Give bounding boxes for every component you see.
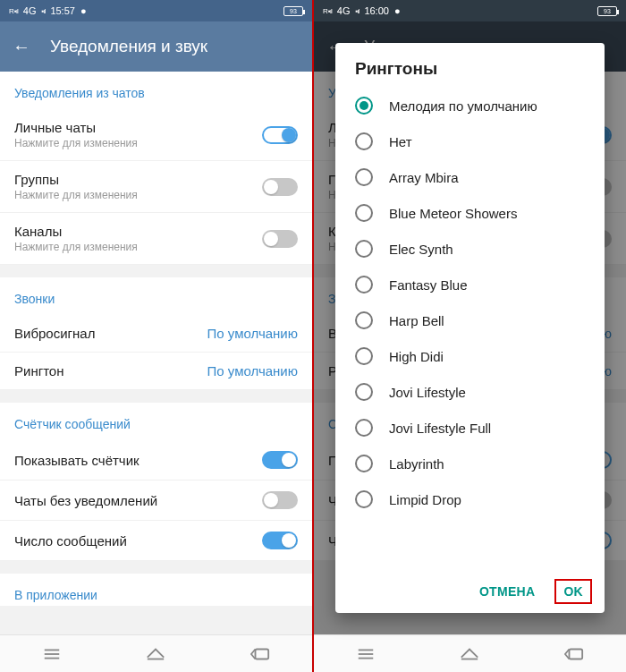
dialog-title: Рингтоны: [335, 59, 605, 88]
row-private-chats[interactable]: Личные чаты Нажмите для изменения: [0, 109, 312, 161]
ringtone-option[interactable]: Fantasy Blue: [335, 267, 605, 302]
row-show-counter[interactable]: Показывать счётчик: [0, 440, 312, 481]
system-navbar: [314, 634, 626, 672]
radio-icon[interactable]: [355, 132, 373, 150]
recents-icon[interactable]: [356, 647, 376, 661]
ringtone-label: Harp Bell: [389, 313, 444, 328]
clock: 15:57: [50, 5, 75, 16]
ringtone-label: Blue Meteor Showers: [389, 206, 517, 221]
row-value: По умолчанию: [207, 326, 298, 341]
radio-icon[interactable]: [355, 276, 373, 293]
radio-icon[interactable]: [355, 240, 373, 258]
toggle-private[interactable]: [262, 126, 298, 144]
svg-rect-4: [255, 649, 268, 659]
app-header: ← Уведомления и звук: [0, 21, 312, 72]
row-msg-count[interactable]: Число сообщений: [0, 521, 312, 561]
ringtone-label: High Didi: [389, 349, 444, 364]
row-title: Рингтон: [14, 363, 63, 379]
ringtone-label: Jovi Lifestyle Full: [389, 421, 491, 436]
ringtone-option[interactable]: Labyrinth: [335, 446, 605, 481]
clock: 16:00: [364, 5, 389, 16]
svg-rect-9: [569, 649, 582, 659]
section-inapp-title: В приложении: [0, 574, 312, 606]
ringtone-option[interactable]: Jovi Lifestyle: [335, 374, 605, 410]
row-title: Личные чаты: [14, 120, 138, 135]
signal-icon: R ▪ıl: [9, 7, 18, 15]
toggle-msg-count[interactable]: [262, 532, 298, 549]
notification-dot-icon: ●: [80, 5, 87, 16]
ringtone-label: Array Mbira: [389, 170, 459, 185]
ringtone-list[interactable]: Мелодия по умолчаниюНетArray MbiraBlue M…: [335, 88, 605, 572]
back-nav-icon[interactable]: [564, 647, 584, 661]
back-icon[interactable]: ←: [13, 37, 30, 57]
ringtone-option[interactable]: Elec Synth: [335, 231, 605, 267]
radio-icon[interactable]: [355, 347, 373, 365]
ringtone-option[interactable]: Нет: [335, 123, 605, 159]
ringtone-label: Нет: [389, 134, 412, 149]
page-title: Уведомления и звук: [50, 37, 207, 56]
radio-icon[interactable]: [355, 311, 373, 329]
row-title: Число сообщений: [14, 533, 127, 549]
home-icon[interactable]: [460, 647, 479, 661]
toggle-no-notif[interactable]: [262, 491, 298, 509]
ringtone-option[interactable]: Array Mbira: [335, 159, 605, 195]
signal-icon: ▪ıl: [356, 7, 360, 15]
system-navbar: [0, 634, 312, 672]
row-subtitle: Нажмите для изменения: [14, 241, 138, 253]
toggle-channels[interactable]: [262, 230, 298, 248]
row-title: Каналы: [14, 224, 138, 239]
row-value: По умолчанию: [207, 363, 298, 379]
radio-icon[interactable]: [355, 204, 373, 222]
battery-icon: 93: [283, 6, 303, 16]
radio-icon[interactable]: [355, 168, 373, 186]
ringtone-option[interactable]: Limpid Drop: [335, 481, 605, 517]
ok-button[interactable]: OK: [554, 579, 592, 604]
row-groups[interactable]: Группы Нажмите для изменения: [0, 161, 312, 213]
row-vibro[interactable]: Вибросигнал По умолчанию: [0, 315, 312, 353]
network-label: 4G: [337, 5, 351, 16]
ringtone-option[interactable]: Harp Bell: [335, 302, 605, 338]
settings-list: Уведомления из чатов Личные чаты Нажмите…: [0, 72, 312, 634]
radio-icon[interactable]: [355, 419, 373, 437]
ringtone-option[interactable]: Jovi Lifestyle Full: [335, 410, 605, 446]
row-channels[interactable]: Каналы Нажмите для изменения: [0, 213, 312, 265]
row-title: Чаты без уведомлений: [14, 493, 157, 508]
section-counter-title: Счётчик сообщений: [0, 403, 312, 440]
toggle-groups[interactable]: [262, 178, 298, 196]
ringtone-option[interactable]: High Didi: [335, 338, 605, 374]
status-bar: R ▪ıl 4G ▪ıl 15:57 ● 93: [0, 0, 312, 21]
row-subtitle: Нажмите для изменения: [14, 189, 138, 201]
ringtone-option[interactable]: Мелодия по умолчанию: [335, 88, 605, 123]
ringtone-label: Elec Synth: [389, 242, 453, 257]
ringtone-label: Labyrinth: [389, 456, 444, 472]
row-ringtone[interactable]: Рингтон По умолчанию: [0, 353, 312, 390]
ringtone-option[interactable]: Blue Meteor Showers: [335, 195, 605, 231]
row-title: Показывать счётчик: [14, 453, 140, 468]
radio-icon[interactable]: [355, 383, 373, 401]
ringtone-label: Jovi Lifestyle: [389, 385, 466, 400]
ringtone-label: Мелодия по умолчанию: [389, 98, 537, 114]
row-no-notif-chats[interactable]: Чаты без уведомлений: [0, 481, 312, 521]
battery-icon: 93: [597, 6, 617, 16]
home-icon[interactable]: [146, 647, 165, 661]
status-bar: R ▪ıl 4G ▪ıl 16:00 ● 93: [314, 0, 626, 21]
radio-icon[interactable]: [355, 455, 373, 472]
section-calls-title: Звонки: [0, 277, 312, 315]
cancel-button[interactable]: ОТМЕНА: [470, 579, 544, 604]
back-nav-icon[interactable]: [250, 647, 270, 661]
section-chats-title: Уведомления из чатов: [0, 72, 312, 109]
toggle-show-counter[interactable]: [262, 451, 298, 469]
ringtone-label: Fantasy Blue: [389, 277, 468, 293]
network-label: 4G: [23, 5, 37, 16]
radio-icon[interactable]: [355, 97, 373, 115]
signal-icon: ▪ıl: [42, 7, 46, 15]
phone-left: R ▪ıl 4G ▪ıl 15:57 ● 93 ← Уведомления и …: [0, 0, 312, 672]
notification-dot-icon: ●: [394, 5, 401, 16]
row-subtitle: Нажмите для изменения: [14, 137, 138, 149]
radio-icon[interactable]: [355, 490, 373, 508]
ringtone-dialog: Рингтоны Мелодия по умолчаниюНетArray Mb…: [335, 43, 605, 613]
recents-icon[interactable]: [42, 647, 62, 661]
row-title: Вибросигнал: [14, 326, 95, 341]
signal-icon: R ▪ıl: [323, 7, 332, 15]
row-title: Группы: [14, 172, 138, 187]
